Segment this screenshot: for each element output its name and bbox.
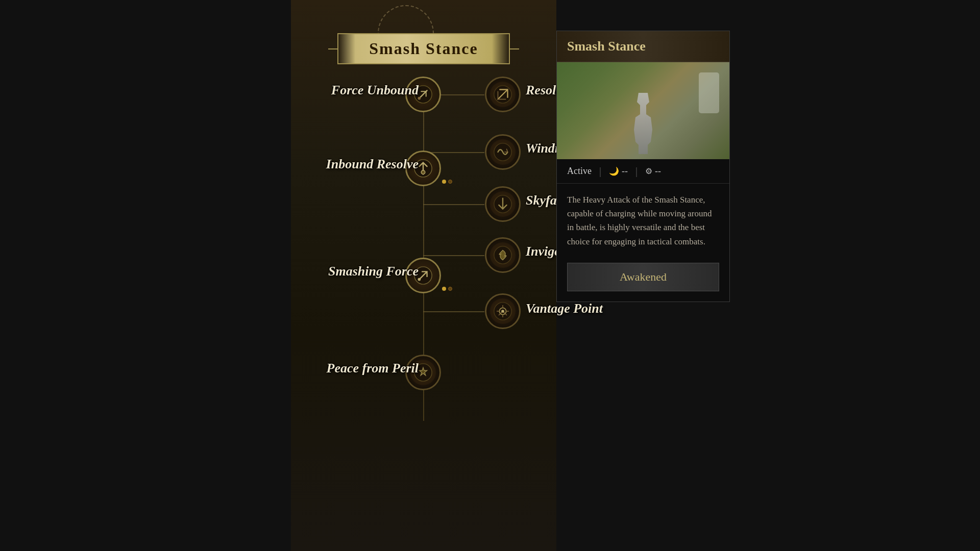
skill-tree-title: Smash Stance [369, 39, 478, 58]
label-force-unbound: Force Unbound [286, 83, 419, 98]
right-panel-title: Smash Stance [557, 31, 729, 62]
awakened-button[interactable]: Awakened [567, 263, 719, 291]
label-inbound-resolve: Inbound Resolve [271, 157, 419, 172]
label-peace-from-peril: Peace from Peril [276, 361, 419, 376]
gear-icon: ⚙ [645, 166, 652, 176]
h-connector-3 [423, 204, 484, 205]
moon-value: -- [622, 166, 628, 177]
node-skyfall-strike[interactable] [485, 186, 521, 222]
svg-point-12 [501, 310, 504, 313]
gear-stat: ⚙ -- [645, 166, 661, 177]
ability-description: The Heavy Attack of the Smash Stance, ca… [557, 184, 729, 258]
gear-value: -- [655, 166, 661, 177]
ability-preview-image [557, 62, 729, 159]
node-resolute-counterflow[interactable] [485, 77, 521, 112]
node-winding-wind[interactable] [485, 134, 521, 170]
h-connector-4 [423, 255, 484, 256]
node-invigoration[interactable] [485, 237, 521, 273]
title-banner: Smash Stance [291, 33, 556, 64]
ability-stats: Active | 🌙 -- | ⚙ -- [557, 159, 729, 184]
dots-inbound-resolve [442, 180, 452, 184]
label-vantage-point: Vantage Point [526, 301, 603, 316]
svg-point-4 [421, 170, 425, 174]
right-detail-panel: Smash Stance Active | 🌙 -- | ⚙ -- The He… [556, 31, 730, 302]
moon-icon: 🌙 [609, 166, 619, 176]
dots-smashing-force [442, 287, 452, 291]
h-connector-5 [423, 311, 484, 312]
status-active-label: Active [567, 166, 592, 177]
separator-1: | [599, 165, 601, 177]
label-smashing-force: Smashing Force [276, 264, 419, 279]
moon-stat: 🌙 -- [609, 166, 628, 177]
node-vantage-point[interactable] [485, 293, 521, 329]
separator-2: | [635, 165, 638, 177]
background-left [0, 0, 291, 551]
